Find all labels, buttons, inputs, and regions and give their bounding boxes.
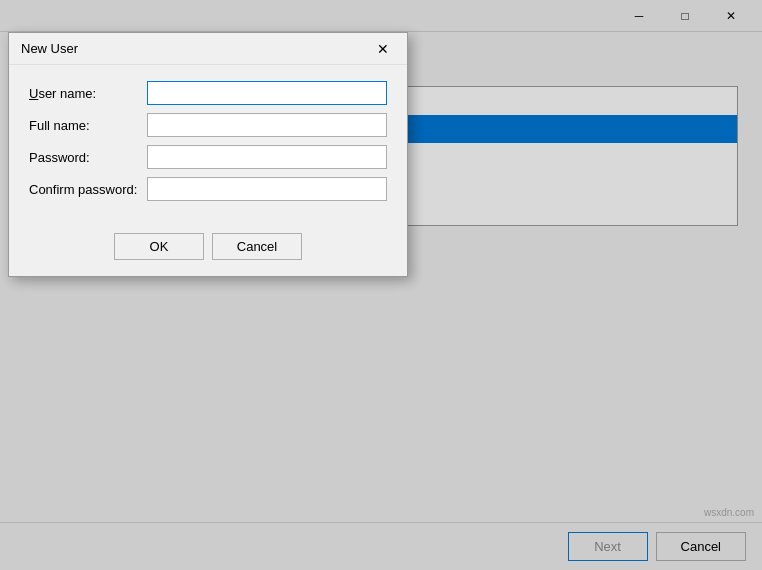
- dialog-cancel-button[interactable]: Cancel: [212, 233, 302, 260]
- fullname-row: Full name:: [29, 113, 387, 137]
- dialog-close-button[interactable]: ✕: [371, 37, 395, 61]
- dialog-ok-button[interactable]: OK: [114, 233, 204, 260]
- password-label: Password:: [29, 150, 139, 165]
- password-row: Password:: [29, 145, 387, 169]
- username-row: User name:: [29, 81, 387, 105]
- confirm-password-input[interactable]: [147, 177, 387, 201]
- new-user-dialog: New User ✕ User name: Full name: Passwor…: [8, 32, 408, 277]
- dialog-footer: OK Cancel: [9, 225, 407, 276]
- confirm-password-row: Confirm password:: [29, 177, 387, 201]
- dialog-title: New User: [21, 41, 78, 56]
- fullname-label: Full name:: [29, 118, 139, 133]
- password-input[interactable]: [147, 145, 387, 169]
- dialog-body: User name: Full name: Password: Confirm …: [9, 65, 407, 225]
- fullname-input[interactable]: [147, 113, 387, 137]
- dialog-title-bar: New User ✕: [9, 33, 407, 65]
- username-input[interactable]: [147, 81, 387, 105]
- confirm-password-label: Confirm password:: [29, 182, 139, 197]
- username-label: User name:: [29, 86, 139, 101]
